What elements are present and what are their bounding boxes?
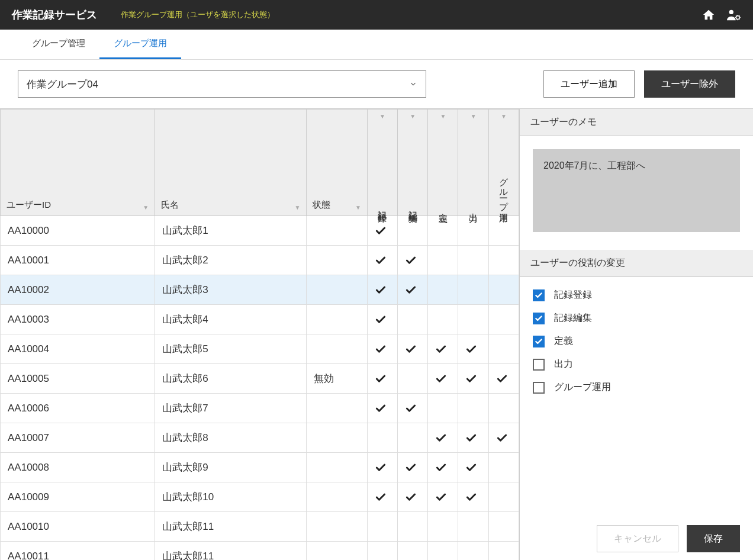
role-row: 定義 <box>533 335 740 347</box>
sort-icon[interactable]: ▼ <box>294 204 300 211</box>
controls-row: 作業グループ04 ユーザー追加 ユーザー除外 <box>0 60 753 108</box>
cell-status <box>307 512 367 542</box>
table-row[interactable]: AA10005山武太郎6無効 <box>1 364 519 394</box>
role-row: 記録登録 <box>533 289 740 301</box>
user-settings-icon[interactable] <box>726 8 741 21</box>
top-bar: 作業記録サービス 作業グループ運用（ユーザを選択した状態） <box>0 0 753 30</box>
cell-user-id: AA10004 <box>1 334 155 364</box>
table-row[interactable]: AA10008山武太郎9 <box>1 453 519 482</box>
col-user-id[interactable]: ユーザーID▼ <box>1 110 155 216</box>
cell-user-id: AA10007 <box>1 423 155 453</box>
check-icon <box>405 343 420 355</box>
col-definition[interactable]: ▼定義 <box>428 110 458 216</box>
cell-status <box>307 423 367 453</box>
table-row[interactable]: AA10011山武太郎11 <box>1 542 519 561</box>
sort-icon[interactable]: ▼ <box>501 113 507 120</box>
table-row[interactable]: AA10003山武太郎4 <box>1 305 519 334</box>
check-icon <box>435 343 450 355</box>
cell-name: 山武太郎3 <box>155 275 307 305</box>
table-row[interactable]: AA10000山武太郎1 <box>1 216 519 246</box>
sort-icon[interactable]: ▼ <box>410 113 416 120</box>
check-icon <box>375 314 390 326</box>
cell-user-id: AA10010 <box>1 512 155 542</box>
cell-user-id: AA10008 <box>1 453 155 482</box>
cell-status <box>307 394 367 423</box>
col-rec-edit[interactable]: ▼記録編集 <box>398 110 428 216</box>
cell-user-id: AA10003 <box>1 305 155 334</box>
check-icon <box>435 491 450 503</box>
cell-status: 無効 <box>307 364 367 394</box>
add-user-button[interactable]: ユーザー追加 <box>543 70 635 98</box>
col-output[interactable]: ▼出力 <box>458 110 488 216</box>
group-select[interactable]: 作業グループ04 <box>18 70 426 98</box>
check-icon <box>496 373 511 385</box>
check-icon <box>435 432 450 444</box>
page-subtitle: 作業グループ運用（ユーザを選択した状態） <box>121 9 275 20</box>
table-row[interactable]: AA10001山武太郎2 <box>1 246 519 275</box>
check-icon <box>375 462 390 474</box>
sort-icon[interactable]: ▼ <box>143 204 149 211</box>
sort-icon[interactable]: ▼ <box>355 204 361 211</box>
table-row[interactable]: AA10009山武太郎10 <box>1 482 519 512</box>
sort-icon[interactable]: ▼ <box>471 113 477 120</box>
cell-name: 山武太郎5 <box>155 334 307 364</box>
cell-user-id: AA10001 <box>1 246 155 275</box>
role-checkbox[interactable] <box>533 382 545 394</box>
tab-group-manage[interactable]: グループ管理 <box>18 30 99 59</box>
cell-name: 山武太郎11 <box>155 542 307 561</box>
table-row[interactable]: AA10006山武太郎7 <box>1 394 519 423</box>
table-row[interactable]: AA10007山武太郎8 <box>1 423 519 453</box>
role-row: 出力 <box>533 358 740 371</box>
remove-user-button[interactable]: ユーザー除外 <box>644 70 735 98</box>
role-label: 記録編集 <box>554 312 592 324</box>
cell-user-id: AA10005 <box>1 364 155 394</box>
cell-name: 山武太郎6 <box>155 364 307 394</box>
check-icon <box>375 284 390 296</box>
role-label: 定義 <box>554 335 573 347</box>
cell-status <box>307 305 367 334</box>
tab-bar: グループ管理 グループ運用 <box>0 30 753 60</box>
user-memo-textarea[interactable]: 2020年7月に、工程部へ <box>533 149 740 232</box>
home-icon[interactable] <box>702 8 715 21</box>
check-icon <box>405 462 420 474</box>
cell-status <box>307 542 367 561</box>
cell-status <box>307 246 367 275</box>
role-checkbox[interactable] <box>533 336 545 347</box>
chevron-down-icon <box>409 80 417 88</box>
col-name[interactable]: 氏名▼ <box>155 110 307 216</box>
check-icon <box>435 373 450 385</box>
check-icon <box>435 462 450 474</box>
check-icon <box>375 373 390 385</box>
role-checkbox[interactable] <box>533 289 545 301</box>
col-status[interactable]: 状態▼ <box>307 110 367 216</box>
svg-point-0 <box>729 10 733 14</box>
check-icon <box>465 432 481 444</box>
col-rec-register[interactable]: ▼記録登録 <box>367 110 397 216</box>
role-label: 出力 <box>554 358 573 371</box>
cell-user-id: AA10011 <box>1 542 155 561</box>
cell-name: 山武太郎7 <box>155 394 307 423</box>
role-row: 記録編集 <box>533 312 740 324</box>
cell-name: 山武太郎9 <box>155 453 307 482</box>
tab-group-operate[interactable]: グループ運用 <box>99 30 181 59</box>
check-icon <box>405 403 420 414</box>
cancel-button[interactable]: キャンセル <box>597 525 678 552</box>
check-icon <box>405 491 420 503</box>
sort-icon[interactable]: ▼ <box>379 113 385 120</box>
save-button[interactable]: 保存 <box>687 525 740 552</box>
roles-panel-title: ユーザーの役割の変更 <box>520 250 753 277</box>
col-group-op[interactable]: ▼グループ運用 <box>488 110 519 216</box>
cell-user-id: AA10002 <box>1 275 155 305</box>
sort-icon[interactable]: ▼ <box>440 113 446 120</box>
cell-status <box>307 275 367 305</box>
table-row[interactable]: AA10004山武太郎5 <box>1 334 519 364</box>
table-row[interactable]: AA10002山武太郎3 <box>1 275 519 305</box>
cell-name: 山武太郎11 <box>155 512 307 542</box>
check-icon <box>375 491 390 503</box>
role-checkbox[interactable] <box>533 359 545 371</box>
role-checkbox[interactable] <box>533 313 545 324</box>
check-icon <box>405 284 420 296</box>
check-icon <box>375 403 390 414</box>
check-icon <box>405 255 420 266</box>
table-row[interactable]: AA10010山武太郎11 <box>1 512 519 542</box>
